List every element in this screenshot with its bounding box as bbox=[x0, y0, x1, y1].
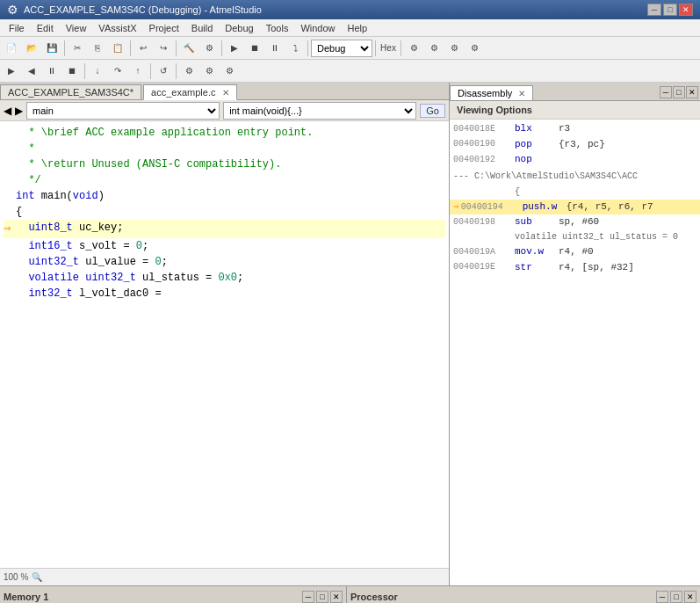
dis-line: 00400198 sub sp, #60 bbox=[450, 214, 700, 230]
sep-3 bbox=[176, 40, 177, 56]
save-button[interactable]: 💾 bbox=[42, 39, 61, 58]
memory-panel-header: Memory 1 ─ □ ✕ bbox=[0, 586, 346, 603]
new-button[interactable]: 📄 bbox=[2, 39, 21, 58]
dis-close-button[interactable]: ✕ bbox=[686, 86, 698, 98]
build-button[interactable]: 🔨 bbox=[179, 39, 198, 58]
memory-float-button[interactable]: □ bbox=[316, 591, 328, 603]
tab-disassembly[interactable]: Disassembly ✕ bbox=[450, 85, 533, 100]
menu-project[interactable]: Project bbox=[144, 22, 184, 34]
proc-close-button[interactable]: ✕ bbox=[684, 591, 696, 603]
line-arrow bbox=[4, 125, 16, 141]
memory-close-button[interactable]: ✕ bbox=[330, 591, 343, 603]
close-button[interactable]: ✕ bbox=[679, 4, 693, 16]
menu-debug[interactable]: Debug bbox=[220, 22, 258, 34]
dis-float-button[interactable]: □ bbox=[673, 86, 685, 98]
zoom-icon[interactable]: 🔍 bbox=[32, 572, 42, 582]
go-button[interactable]: Go bbox=[420, 104, 445, 118]
tab-close-icon[interactable]: ✕ bbox=[222, 88, 229, 98]
disassembly-panel: Disassembly ✕ ─ □ ✕ Viewing Options 0040… bbox=[450, 83, 700, 585]
t2-btn4[interactable]: ⏹ bbox=[62, 62, 82, 81]
t2-btn3[interactable]: ⏸ bbox=[42, 62, 61, 81]
code-line: * \brief ACC example application entry p… bbox=[4, 125, 445, 141]
tab-project[interactable]: ACC_EXAMPLE_SAM3S4C* bbox=[0, 84, 141, 99]
debug-stop[interactable]: ⏹ bbox=[245, 39, 264, 58]
dis-pin-button[interactable]: ─ bbox=[660, 86, 672, 98]
more-2[interactable]: ⚙ bbox=[424, 39, 444, 58]
line-arrow bbox=[4, 254, 16, 270]
debug-step-over[interactable]: ⤵ bbox=[285, 39, 305, 58]
viewing-options-header[interactable]: Viewing Options bbox=[450, 101, 700, 120]
dis-tab-close[interactable]: ✕ bbox=[518, 89, 525, 98]
menu-vassistx[interactable]: VAssistX bbox=[93, 22, 141, 34]
disassembly-content[interactable]: 0040018E blx r3 00400190 pop {r3, pc} 00… bbox=[450, 120, 700, 585]
line-arrow bbox=[4, 286, 16, 302]
more-3[interactable]: ⚙ bbox=[444, 39, 464, 58]
maximize-button[interactable]: □ bbox=[663, 4, 677, 16]
code-line: { bbox=[4, 204, 445, 220]
t2-step-into[interactable]: ↓ bbox=[88, 62, 107, 81]
nav-arrow-right[interactable]: ▶ bbox=[15, 105, 23, 117]
dis-line: 00400192 nop bbox=[450, 152, 700, 168]
window-title: ACC_EXAMPLE_SAM3S4C (Debugging) - AtmelS… bbox=[24, 4, 262, 15]
paste-button[interactable]: 📋 bbox=[108, 39, 127, 58]
sep-6 bbox=[375, 40, 376, 56]
t2-more2[interactable]: ⚙ bbox=[199, 62, 219, 81]
memory-panel: Memory 1 ─ □ ✕ Memory: base IFLASH base … bbox=[0, 586, 347, 603]
nav-arrow-left[interactable]: ◀ bbox=[4, 105, 11, 117]
scope-dropdown[interactable]: main bbox=[26, 102, 220, 120]
t2-step-over[interactable]: ↷ bbox=[108, 62, 127, 81]
dis-line: 0040019E str r4, [sp, #32] bbox=[450, 260, 700, 276]
dis-code-line: { bbox=[450, 185, 700, 200]
rebuild-button[interactable]: ⚙ bbox=[199, 39, 219, 58]
memory-panel-title: Memory 1 bbox=[4, 592, 48, 602]
menu-build[interactable]: Build bbox=[186, 22, 218, 34]
t2-sep-1 bbox=[84, 63, 85, 79]
code-line-current: ⇒ uint8_t uc_key; bbox=[4, 220, 445, 238]
undo-button[interactable]: ↩ bbox=[134, 39, 153, 58]
code-line: uint32_t ul_value = 0; bbox=[4, 254, 445, 270]
zoom-bar: 100 % 🔍 bbox=[0, 568, 449, 585]
t2-more3[interactable]: ⚙ bbox=[220, 62, 239, 81]
memory-pin-button[interactable]: ─ bbox=[302, 591, 314, 603]
menu-help[interactable]: Help bbox=[343, 22, 373, 34]
debug-mode-dropdown[interactable]: Debug bbox=[311, 40, 372, 57]
code-line: * bbox=[4, 141, 445, 156]
tab-accexample[interactable]: acc_example.c ✕ bbox=[143, 84, 236, 100]
menu-view[interactable]: View bbox=[61, 22, 92, 34]
open-button[interactable]: 📂 bbox=[22, 39, 41, 58]
t2-reset[interactable]: ↺ bbox=[154, 62, 173, 81]
zoom-level: 100 % bbox=[4, 572, 28, 582]
copy-button[interactable]: ⎘ bbox=[88, 39, 107, 58]
dis-tab-bar: Disassembly ✕ ─ □ ✕ bbox=[450, 83, 700, 101]
menu-tools[interactable]: Tools bbox=[261, 22, 294, 34]
line-arrow bbox=[4, 238, 16, 254]
proc-float-button[interactable]: □ bbox=[670, 591, 682, 603]
code-content[interactable]: * \brief ACC example application entry p… bbox=[0, 121, 449, 568]
debug-start[interactable]: ▶ bbox=[225, 39, 244, 58]
menu-window[interactable]: Window bbox=[295, 22, 340, 34]
toolbar-2: ▶ ◀ ⏸ ⏹ ↓ ↷ ↑ ↺ ⚙ ⚙ ⚙ bbox=[0, 60, 700, 83]
t2-sep-2 bbox=[150, 63, 151, 79]
hex-toggle[interactable]: Hex bbox=[379, 39, 398, 58]
t2-btn2[interactable]: ◀ bbox=[22, 62, 41, 81]
main-area: ACC_EXAMPLE_SAM3S4C* acc_example.c ✕ ◀ ▶… bbox=[0, 83, 700, 585]
t2-btn1[interactable]: ▶ bbox=[2, 62, 21, 81]
proc-pin-button[interactable]: ─ bbox=[656, 591, 668, 603]
minimize-button[interactable]: ─ bbox=[647, 4, 661, 16]
function-dropdown[interactable]: int main(void){...} bbox=[223, 102, 416, 120]
more-4[interactable]: ⚙ bbox=[465, 39, 484, 58]
t2-more1[interactable]: ⚙ bbox=[179, 62, 198, 81]
debug-pause[interactable]: ⏸ bbox=[265, 39, 285, 58]
bottom-area: Memory 1 ─ □ ✕ Memory: base IFLASH base … bbox=[0, 585, 700, 603]
code-line: volatile uint32_t ul_status = 0x0; bbox=[4, 270, 445, 286]
t2-step-out[interactable]: ↑ bbox=[128, 62, 148, 81]
menu-edit[interactable]: Edit bbox=[32, 22, 59, 34]
menu-file[interactable]: File bbox=[4, 22, 30, 34]
code-line: * \return Unused (ANSI-C compatibility). bbox=[4, 156, 445, 172]
cut-button[interactable]: ✂ bbox=[68, 39, 87, 58]
more-1[interactable]: ⚙ bbox=[404, 39, 423, 58]
sep-2 bbox=[130, 40, 131, 56]
line-arrow bbox=[4, 188, 16, 204]
dis-tab-controls: ─ □ ✕ bbox=[658, 84, 700, 100]
redo-button[interactable]: ↪ bbox=[154, 39, 173, 58]
